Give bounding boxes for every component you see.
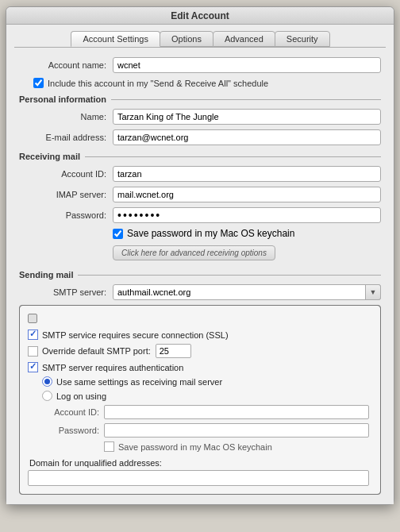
domain-label: Domain for unqualified addresses: [29,458,369,468]
account-name-row: Account name: [19,57,381,73]
account-id-label: Account ID: [19,169,106,179]
imap-server-row: IMAP server: [19,187,381,202]
advanced-receiving-btn-container: Click here for advanced receiving option… [19,242,381,264]
password-label: Password: [19,210,106,220]
email-input[interactable] [113,129,381,145]
ssl-checkbox[interactable] [28,330,38,340]
name-label: Name: [19,112,106,121]
ssl-row: SMTP service requires secure connection … [28,330,369,340]
domain-section: Domain for unqualified addresses: [28,458,369,486]
log-on-row: Log on using [42,391,369,401]
auth-checkbox[interactable] [28,362,38,372]
imap-server-input[interactable] [113,187,381,202]
include-schedule-row: Include this account in my "Send & Recei… [33,78,381,88]
title-bar: Edit Account [6,7,394,25]
imap-server-label: IMAP server: [19,190,106,199]
override-port-checkbox[interactable] [28,346,38,357]
override-port-label: Override default SMTP port: [42,346,151,356]
personal-info-section: Personal information [19,94,381,104]
account-name-input[interactable] [113,57,381,73]
account-id-row: Account ID: [19,166,381,182]
include-schedule-label: Include this account in my "Send & Recei… [48,79,268,88]
tab-options[interactable]: Options [160,31,213,47]
save-password-label: Save password in my Mac OS keychain [127,228,294,239]
same-settings-radio[interactable] [42,376,52,387]
smtp-password-row: Password: [28,423,369,438]
tab-bar: Account Settings Options Advanced Securi… [6,25,394,47]
log-on-label: Log on using [56,391,106,401]
smtp-account-id-row: Account ID: [28,405,369,419]
receiving-mail-section: Receiving mail [19,152,381,161]
smtp-server-label: SMTP server: [19,287,106,297]
tab-advanced[interactable]: Advanced [213,31,275,47]
include-schedule-checkbox[interactable] [33,78,44,88]
smtp-save-password-label: Save password in my Mac OS keychain [118,442,272,452]
window-title: Edit Account [171,10,229,21]
panel-collapse-icon[interactable] [28,314,37,323]
smtp-account-id-label: Account ID: [28,407,99,417]
smtp-save-password-row: Save password in my Mac OS keychain [104,441,369,452]
smtp-save-password-checkbox[interactable] [104,441,114,452]
smtp-dropdown-arrow[interactable]: ▼ [365,284,381,300]
save-password-row: Save password in my Mac OS keychain [113,228,381,239]
auth-row: SMTP server requires authentication [28,362,369,372]
smtp-panel: SMTP service requires secure connection … [19,305,381,495]
name-row: Name: [19,109,381,125]
chevron-down-icon: ▼ [370,288,377,296]
port-input[interactable] [156,344,191,358]
smtp-server-row: SMTP server: ▼ [19,284,381,300]
account-name-label: Account name: [19,60,106,70]
main-window: Edit Account Account Settings Options Ad… [6,6,394,505]
name-input[interactable] [113,109,381,125]
save-password-checkbox[interactable] [113,229,123,239]
log-on-radio[interactable] [42,391,52,401]
smtp-account-id-input[interactable] [104,405,369,419]
email-row: E-mail address: [19,129,381,145]
auth-label: SMTP server requires authentication [42,363,183,372]
tab-account-settings[interactable]: Account Settings [71,31,160,47]
account-id-input[interactable] [113,166,381,182]
tab-security[interactable]: Security [275,31,330,47]
smtp-server-input[interactable] [113,284,381,300]
domain-input[interactable] [28,470,369,486]
password-input[interactable] [113,207,381,223]
advanced-receiving-button[interactable]: Click here for advanced receiving option… [113,245,275,260]
same-settings-row: Use same settings as receiving mail serv… [42,376,369,387]
smtp-password-input[interactable] [104,423,369,438]
content-area: Account name: Include this account in my… [6,48,394,504]
smtp-password-label: Password: [28,426,99,435]
ssl-label: SMTP service requires secure connection … [42,330,229,340]
email-label: E-mail address: [19,133,106,142]
override-port-row: Override default SMTP port: [28,344,369,358]
password-row: Password: [19,207,381,223]
sending-mail-section: Sending mail [19,270,381,279]
same-settings-label: Use same settings as receiving mail serv… [56,377,222,387]
